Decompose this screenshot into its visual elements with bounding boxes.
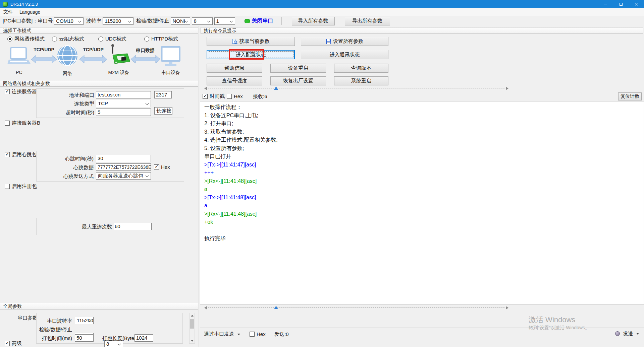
log-area[interactable]: 一般操作流程：1. 设备连PC串口,上电;2. 打开串口;3. 获取当前参数;4… <box>200 101 644 305</box>
arrow1-icon <box>31 55 57 64</box>
baud-select[interactable]: 115200 <box>103 17 133 25</box>
menu-bar: 文件 Language <box>0 8 644 16</box>
enter-comm-label: 进入通讯状态 <box>330 52 360 58</box>
reconnect-input[interactable]: 60 <box>113 223 152 230</box>
query-version-button[interactable]: 查询版本 <box>334 64 388 73</box>
toolbar: [PC串口参数]：串口号 COM10 波特率 115200 检验/数据/停止 N… <box>0 16 644 26</box>
send-hex-checkbox[interactable] <box>250 332 255 337</box>
pack-len-input[interactable]: 1024 <box>135 334 153 342</box>
factory-reset-button[interactable]: 恢复出厂设置 <box>270 76 326 85</box>
heartbeat-hex-checkbox[interactable] <box>154 164 159 169</box>
scroll-up-icon[interactable] <box>190 313 195 318</box>
heartbeat-checkbox-row[interactable]: 启用心跳包 <box>5 151 37 157</box>
work-mode-group-header: 选择工作模式 <box>0 27 198 34</box>
log-hex-checkbox-row[interactable]: Hex <box>227 93 243 99</box>
server-a-checkbox-row[interactable]: 连接服务器A <box>5 88 40 94</box>
radio-net-transparent[interactable]: 网络透传模式 <box>7 36 45 42</box>
log-line: 4. 选择工作模式,配置相关参数; <box>204 136 644 144</box>
server-a-checkbox[interactable] <box>5 89 10 94</box>
server-b-checkbox-row[interactable]: 连接服务器B <box>5 120 40 126</box>
send-hex-checkbox-row[interactable]: Hex <box>250 331 266 337</box>
m2m-device-icon <box>108 44 130 68</box>
global-baud-select[interactable]: 115200 <box>75 317 94 324</box>
timeout-input[interactable]: 5 <box>96 109 151 116</box>
advanced-label: 高级 <box>12 340 22 347</box>
pack-len-label: 打包长度(Bytes) <box>102 335 133 342</box>
left-panel-scrollbar[interactable] <box>189 313 195 344</box>
log-line: a <box>204 202 644 210</box>
set-params-button[interactable]: 设置所有参数 <box>301 37 388 46</box>
system-reboot-button[interactable]: 系统重启 <box>334 76 388 85</box>
log-line: 5. 设置所有参数; <box>204 144 644 153</box>
server-port-input[interactable]: 2317 <box>154 91 172 98</box>
link2-label: TCP/UDP <box>80 47 107 52</box>
import-params-button[interactable]: 导入所有参数 <box>292 17 335 25</box>
pc-laptop-icon <box>7 47 31 67</box>
radio-cloud-scada[interactable]: 云组态模式 <box>52 36 84 42</box>
log-lines: 一般操作流程：1. 设备连PC串口,上电;2. 打开串口;3. 获取当前参数;4… <box>204 103 644 243</box>
databits-select[interactable]: 8 <box>192 17 213 25</box>
stopbits-select[interactable]: 1 <box>214 17 235 25</box>
windows-activation-watermark-line1: 激活 Windows <box>529 315 575 325</box>
heartbeat-hex-row[interactable]: Hex <box>154 164 170 170</box>
conn-mode-select[interactable]: 长连接 <box>154 107 172 115</box>
recv-count-label: 接收:6 <box>253 93 267 100</box>
menu-language[interactable]: Language <box>16 9 44 15</box>
advanced-checkbox[interactable] <box>5 341 10 346</box>
radio-icon <box>52 37 57 42</box>
scroll-down-icon[interactable] <box>190 338 195 343</box>
log-top-slider[interactable] <box>204 86 508 90</box>
reboot-device-button[interactable]: 设备重启 <box>270 64 326 73</box>
minimize-icon <box>604 4 607 4</box>
heartbeat-data-input[interactable]: 7777772E7573722E636E <box>96 163 151 171</box>
reconnect-label: 最大重连次数 <box>37 224 112 230</box>
timestamp-checkbox-row[interactable]: 时间戳 <box>203 93 225 99</box>
slider-left-arrow-icon[interactable] <box>204 87 207 90</box>
pack-time-input[interactable]: 50 <box>75 334 94 342</box>
log-hex-checkbox[interactable] <box>227 94 232 99</box>
conn-type-select[interactable]: TCP <box>96 100 151 107</box>
send-label: 发送 <box>623 331 633 336</box>
pc-node-label: PC <box>7 70 31 75</box>
timestamp-checkbox[interactable] <box>203 94 208 99</box>
radio-label: UDC模式 <box>105 36 126 42</box>
server-address-input[interactable]: test.usr.cn <box>96 91 151 98</box>
reset-count-button[interactable]: 复位计数 <box>618 92 642 100</box>
server-a-box: 地址和端口 test.usr.cn 2317 连接类型 TCP 长连接 超时时间… <box>36 88 184 118</box>
parity-select[interactable]: NONI <box>171 17 190 25</box>
slider-thumb[interactable] <box>274 306 278 309</box>
heartbeat-time-input[interactable]: 30 <box>96 155 151 162</box>
help-button[interactable]: 帮助信息 <box>207 64 262 73</box>
right-panel: 执行命令及提示 获取当前参数 设置所有参数 进入配置状态 进入通讯状态 帮助信息… <box>200 26 644 347</box>
close-button[interactable] <box>629 0 644 8</box>
server-b-checkbox[interactable] <box>5 121 10 126</box>
send-mode-dropdown[interactable]: 通过串口发送 <box>204 331 240 337</box>
get-params-button[interactable]: 获取当前参数 <box>207 37 295 46</box>
com-port-select[interactable]: COM10 <box>54 17 84 25</box>
menu-file[interactable]: 文件 <box>0 9 16 15</box>
register-checkbox-row[interactable]: 启用注册包 <box>5 183 37 189</box>
conn-type-label: 连接类型 <box>37 101 94 107</box>
maximize-button[interactable] <box>613 0 629 8</box>
radio-httpd-mode[interactable]: HTTPD模式 <box>144 36 178 42</box>
send-button[interactable]: 发送 <box>615 330 639 337</box>
advanced-checkbox-row[interactable]: 高级 <box>5 340 22 346</box>
enter-comm-button[interactable]: 进入通讯状态 <box>301 50 388 59</box>
query-signal-button[interactable]: 查信号强度 <box>207 76 262 85</box>
slider-left-arrow-icon[interactable] <box>204 306 207 309</box>
heartbeat-checkbox[interactable] <box>5 152 10 157</box>
minimize-button[interactable] <box>598 0 613 8</box>
enter-config-button[interactable]: 进入配置状态 <box>207 50 295 59</box>
addr-port-label: 地址和端口 <box>37 92 94 98</box>
app-window: DR514 V2.1.3 文件 Language [PC串口参数]：串口号 CO… <box>0 0 644 347</box>
register-checkbox[interactable] <box>5 184 10 189</box>
log-bottom-slider[interactable] <box>204 306 508 310</box>
scrollbar-thumb[interactable] <box>190 319 194 329</box>
heartbeat-mode-select[interactable]: 向服务器发送心跳包 <box>96 172 151 180</box>
export-params-button[interactable]: 导出所有参数 <box>345 17 390 25</box>
close-port-button[interactable]: 关闭串口 <box>252 17 273 24</box>
slider-right-arrow-icon[interactable] <box>506 306 508 309</box>
slider-right-arrow-icon[interactable] <box>506 87 508 90</box>
radio-udc-mode[interactable]: UDC模式 <box>98 36 126 42</box>
slider-thumb[interactable] <box>274 86 278 90</box>
